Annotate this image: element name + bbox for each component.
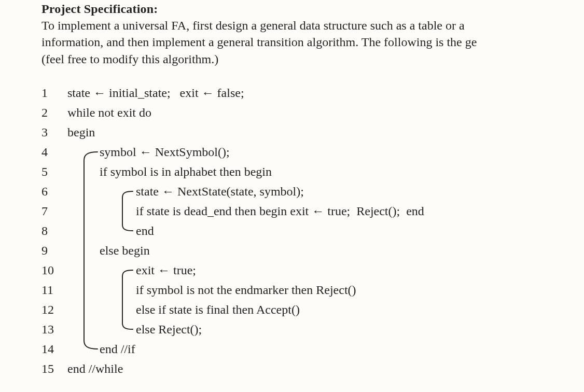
line-number: 15 (41, 359, 67, 379)
code-text: end //while (67, 359, 123, 379)
document-page: Project Specification: To implement a un… (0, 0, 584, 379)
line-number: 1 (41, 83, 67, 103)
code-line: 6state ← NextState(state, symbol); (41, 181, 584, 201)
line-number: 9 (41, 241, 67, 260)
description-paragraph: To implement a universal FA, first desig… (41, 17, 584, 67)
algorithm-block: 1state ← initial_state; exit ← false;2wh… (41, 83, 584, 379)
line-number: 2 (41, 103, 67, 122)
line-number: 3 (41, 122, 67, 142)
code-text: end (67, 221, 154, 241)
code-line: 1state ← initial_state; exit ← false; (41, 83, 584, 103)
line-number: 6 (41, 181, 67, 201)
code-line: 9else begin (41, 241, 584, 260)
code-line: 5if symbol is in alphabet then begin (41, 162, 584, 181)
line-number: 7 (41, 201, 67, 221)
code-line: 2while not exit do (41, 103, 584, 122)
line-number: 4 (41, 142, 67, 162)
line-number: 11 (41, 280, 67, 300)
code-text: state ← initial_state; exit ← false; (67, 83, 244, 103)
code-text: else if state is final then Accept() (67, 300, 300, 319)
code-text: if symbol is in alphabet then begin (67, 162, 272, 181)
code-line: 7if state is dead_end then begin exit ← … (41, 201, 584, 221)
code-text: state ← NextState(state, symbol); (67, 181, 304, 201)
code-text: symbol ← NextSymbol(); (67, 142, 230, 162)
code-line: 3begin (41, 122, 584, 142)
code-text: else begin (67, 241, 150, 260)
code-text: begin (67, 122, 95, 142)
code-line: 8end (41, 221, 584, 241)
code-text: if state is dead_end then begin exit ← t… (67, 201, 424, 221)
line-number: 12 (41, 300, 67, 319)
code-text: while not exit do (67, 103, 151, 122)
line-number: 14 (41, 339, 67, 359)
code-line: 13else Reject(); (41, 319, 584, 339)
code-text: else Reject(); (67, 319, 202, 339)
line-number: 10 (41, 260, 67, 280)
code-line: 11if symbol is not the endmarker then Re… (41, 280, 584, 300)
code-line: 4symbol ← NextSymbol(); (41, 142, 584, 162)
code-text: end //if (67, 339, 135, 359)
code-line: 15end //while (41, 359, 584, 379)
line-number: 8 (41, 221, 67, 241)
line-number: 5 (41, 162, 67, 181)
code-line: 10exit ← true; (41, 260, 584, 280)
section-heading: Project Specification: (41, 2, 584, 16)
code-text: if symbol is not the endmarker then Reje… (67, 280, 356, 300)
code-line: 12else if state is final then Accept() (41, 300, 584, 319)
code-line: 14end //if (41, 339, 584, 359)
code-text: exit ← true; (67, 260, 196, 280)
line-number: 13 (41, 319, 67, 339)
